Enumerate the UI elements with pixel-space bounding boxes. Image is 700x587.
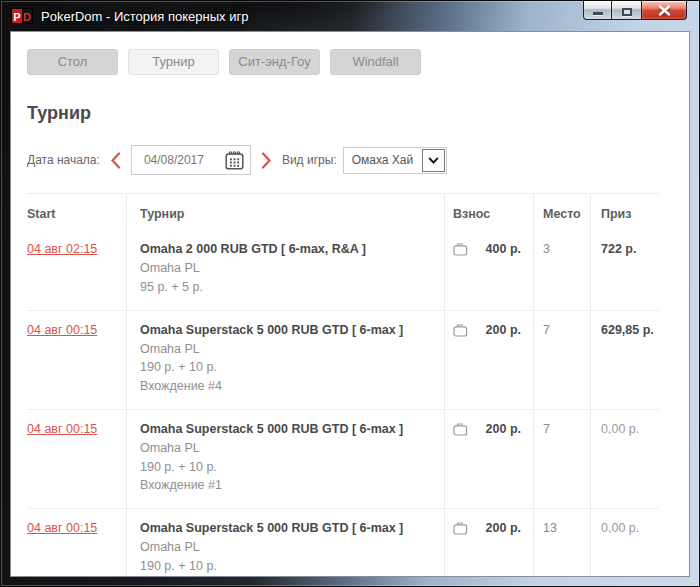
tab-table[interactable]: Стол (27, 49, 118, 75)
table-row-start: 04 авг 02:15 (27, 230, 126, 311)
titlebar: P D PokerDom - История покерных игр (1, 1, 699, 31)
table-row-tournament: Omaha Superstack 5 000 RUB GTD [ 6-max ]… (126, 509, 444, 577)
pokerdom-logo-icon: P D (11, 8, 33, 24)
col-header-tournament: Турнир (126, 194, 444, 230)
maximize-icon (622, 8, 632, 16)
table-row-start: 04 авг 00:15 (27, 311, 126, 410)
game-type-select[interactable]: Омаха Хай (343, 147, 447, 174)
table-row-tournament: Omaha 2 000 RUB GTD [ 6-max, R&A ] Omaha… (126, 230, 444, 311)
game-type-label: Вид игры: (282, 153, 337, 167)
col-header-place: Место (533, 194, 590, 230)
table-row-prize: 629,85 р. (590, 311, 659, 410)
next-date-button[interactable] (261, 152, 272, 169)
place-value: 7 (543, 323, 550, 337)
col-header-start: Start (27, 194, 126, 230)
table-row-tournament: Omaha Superstack 5 000 RUB GTD [ 6-max ]… (126, 311, 444, 410)
table-row-start: 04 авг 00:15 (27, 410, 126, 509)
tournament-history-table: Start Турнир Взнос Место Приз 04 авг 02:… (27, 193, 659, 577)
page-title: Турнир (27, 103, 673, 124)
place-value: 3 (543, 242, 550, 256)
tournament-buyin: 190 р. + 10 р. (140, 557, 444, 576)
tournament-entry: Вхождение #4 (140, 377, 444, 396)
prize-value: 629,85 р. (601, 323, 654, 337)
prize-value: 0,00 р. (601, 521, 639, 535)
place-value: 7 (543, 422, 550, 436)
window-controls (583, 1, 687, 20)
col-header-fee: Взнос (444, 194, 533, 230)
tournament-title: Omaha Superstack 5 000 RUB GTD [ 6-max ] (140, 323, 444, 337)
chevron-down-icon (428, 157, 439, 164)
tournament-game: Omaha PL (140, 340, 444, 359)
history-tabs: Стол Турнир Сит-энд-Гоу Windfall (27, 49, 673, 75)
wallet-icon (453, 324, 468, 337)
tournament-entry: Вхождение #3 (140, 576, 444, 578)
wallet-icon (453, 522, 468, 535)
table-row-place: 3 (533, 230, 590, 311)
table-row-fee: 200 р. (444, 311, 533, 410)
tournament-title: Omaha Superstack 5 000 RUB GTD [ 6-max ] (140, 521, 444, 535)
tournament-game: Omaha PL (140, 439, 444, 458)
date-value: 04/08/2017 (144, 153, 204, 167)
table-row-fee: 200 р. (444, 410, 533, 509)
prize-value: 722 р. (601, 242, 636, 256)
col-header-prize: Приз (590, 194, 659, 230)
main-panel: Стол Турнир Сит-энд-Гоу Windfall Турнир … (10, 31, 690, 577)
minimize-button[interactable] (583, 1, 612, 20)
tournament-buyin: 95 р. + 5 р. (140, 278, 444, 297)
tournament-title: Omaha Superstack 5 000 RUB GTD [ 6-max ] (140, 422, 444, 436)
window-title: PokerDom - История покерных игр (41, 9, 248, 24)
fee-value: 400 р. (486, 242, 521, 256)
fee-value: 200 р. (486, 422, 521, 436)
calendar-button[interactable] (224, 150, 245, 171)
wallet-icon (453, 243, 468, 256)
close-button[interactable] (641, 1, 687, 20)
app-window: P D PokerDom - История покерных игр Стол… (0, 0, 700, 587)
table-row-tournament: Omaha Superstack 5 000 RUB GTD [ 6-max ]… (126, 410, 444, 509)
wallet-icon (453, 423, 468, 436)
tab-windfall[interactable]: Windfall (330, 49, 421, 75)
tournament-buyin: 190 р. + 10 р. (140, 358, 444, 377)
tournament-title: Omaha 2 000 RUB GTD [ 6-max, R&A ] (140, 242, 444, 256)
start-time-link[interactable]: 04 авг 00:15 (27, 422, 97, 436)
table-row-prize: 0,00 р. (590, 509, 659, 577)
prize-value: 0,00 р. (601, 422, 639, 436)
tab-tournament[interactable]: Турнир (128, 49, 219, 75)
table-row-place: 7 (533, 311, 590, 410)
table-row-place: 7 (533, 410, 590, 509)
game-type-value: Омаха Хай (344, 153, 421, 167)
calendar-icon (224, 150, 245, 171)
table-row-prize: 0,00 р. (590, 410, 659, 509)
prev-date-button[interactable] (110, 152, 121, 169)
chevron-right-icon (261, 152, 272, 169)
fee-value: 200 р. (486, 521, 521, 535)
tournament-buyin: 190 р. + 10 р. (140, 458, 444, 477)
table-row-prize: 722 р. (590, 230, 659, 311)
dropdown-button[interactable] (422, 149, 445, 172)
close-icon (658, 5, 671, 16)
table-row-fee: 400 р. (444, 230, 533, 311)
start-time-link[interactable]: 04 авг 02:15 (27, 242, 97, 256)
filters-bar: Дата начала: 04/08/2017 (27, 145, 673, 175)
tab-sit-and-go[interactable]: Сит-энд-Гоу (229, 49, 320, 75)
table-row-place: 13 (533, 509, 590, 577)
logo-letter-p: P (12, 9, 22, 23)
start-date-input[interactable]: 04/08/2017 (131, 145, 251, 175)
table-row-start: 04 авг 00:15 (27, 509, 126, 577)
place-value: 13 (543, 521, 557, 535)
minimize-icon (593, 12, 603, 15)
start-time-link[interactable]: 04 авг 00:15 (27, 521, 97, 535)
logo-letter-d: D (22, 9, 32, 23)
chevron-left-icon (110, 152, 121, 169)
tournament-game: Omaha PL (140, 538, 444, 557)
date-label: Дата начала: (27, 153, 100, 167)
fee-value: 200 р. (486, 323, 521, 337)
start-time-link[interactable]: 04 авг 00:15 (27, 323, 97, 337)
table-row-fee: 200 р. (444, 509, 533, 577)
tournament-game: Omaha PL (140, 259, 444, 278)
maximize-button[interactable] (612, 1, 641, 20)
tournament-entry: Вхождение #1 (140, 476, 444, 495)
